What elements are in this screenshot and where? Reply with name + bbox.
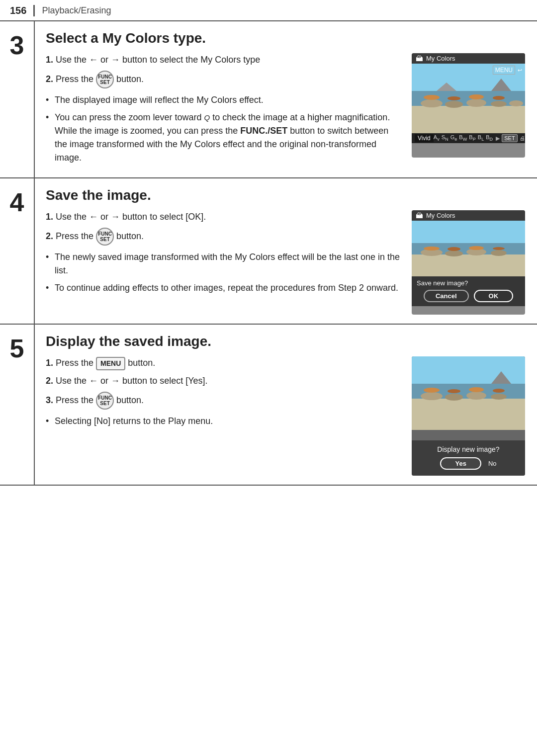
step-3-instruction-2: 2. Press the FUNC SET button.	[46, 71, 401, 88]
page-header: 156 Playback/Erasing	[0, 0, 537, 21]
step-3-bullet-2: You can press the zoom lever toward Q to…	[46, 111, 401, 165]
step-5-text: 1. Press the MENU button. 2. Use the ← o…	[46, 356, 401, 476]
save-dialog: Save new image? Cancel OK	[412, 276, 525, 306]
step-3-number-col: 3	[0, 21, 35, 177]
save-ok-button[interactable]: OK	[474, 290, 514, 302]
svg-point-4	[445, 101, 463, 108]
step-3-number: 3	[10, 32, 24, 58]
svg-rect-2	[412, 106, 525, 133]
step-4-number: 4	[10, 189, 24, 215]
step-3-content: Select a My Colors type. 1. Use the ← or…	[35, 21, 537, 177]
func-set-button-s5: FUNC SET	[96, 392, 114, 410]
save-dialog-text: Save new image?	[417, 279, 520, 287]
svg-point-6	[491, 101, 507, 107]
step-4-text: 1. Use the ← or → button to select [OK].…	[46, 210, 401, 315]
save-cancel-button[interactable]: Cancel	[424, 290, 469, 302]
func-set-button-s4: FUNC SET	[96, 228, 114, 246]
step-4-content: Save the image. 1. Use the ← or → button…	[35, 178, 537, 324]
step-3-bullet-1: The displayed image will reflect the My …	[46, 93, 401, 107]
screen-4-topbar: 🏔 My Colors	[412, 210, 525, 221]
step-3-image: 🏔 My Colors	[412, 53, 526, 158]
step-3-instructions: 1. Use the ← or → button to select the M…	[46, 53, 401, 88]
step-4-screen: 🏔 My Colors	[412, 210, 525, 315]
screen-3-topbar: 🏔 My Colors	[412, 53, 525, 64]
beach-image-4	[412, 221, 525, 276]
screen-3-bottom: Vivid Av SN Ge BW BP BL BD ▶ SET	[412, 133, 525, 143]
step-3-title: Select a My Colors type.	[46, 30, 526, 46]
display-no-button[interactable]: No	[488, 460, 497, 467]
svg-point-34	[469, 387, 484, 392]
step-5-title: Display the saved image.	[46, 334, 526, 349]
svg-point-33	[448, 389, 460, 393]
step-5: 5 Display the saved image. 1. Press the …	[0, 325, 537, 486]
vivid-label: Vivid	[415, 134, 434, 142]
step-3-screen: 🏔 My Colors	[412, 53, 525, 158]
step-4-body: 1. Use the ← or → button to select [OK].…	[46, 210, 526, 315]
svg-point-22	[448, 247, 460, 251]
step-5-number-col: 5	[0, 325, 35, 485]
display-yes-button[interactable]: Yes	[440, 457, 481, 470]
step-3-body: 1. Use the ← or → button to select the M…	[46, 53, 526, 168]
svg-point-31	[491, 394, 507, 400]
step-3-bullets: The displayed image will reflect the My …	[46, 93, 401, 165]
step-5-instruction-2: 2. Use the ← or → button to select [Yes]…	[46, 374, 401, 388]
step-3-instruction-1: 1. Use the ← or → button to select the M…	[46, 53, 401, 67]
svg-point-20	[491, 250, 507, 256]
svg-point-30	[466, 392, 486, 400]
page-number: 156	[10, 5, 35, 16]
step-5-instructions: 1. Press the MENU button. 2. Use the ← o…	[46, 356, 401, 410]
beach-svg-5	[412, 356, 525, 430]
svg-point-9	[448, 96, 460, 100]
step-5-instruction-1: 1. Press the MENU button.	[46, 356, 401, 370]
screen-4-label: My Colors	[426, 212, 455, 219]
svg-point-24	[493, 247, 505, 250]
svg-rect-16	[412, 254, 525, 276]
step-4-instruction-2: 2. Press the FUNC SET button.	[46, 228, 401, 246]
set-label: SET	[502, 134, 517, 142]
step-4-bullet-1: The newly saved image transformed with t…	[46, 251, 401, 277]
step-4-bullet-2: To continue adding effects to other imag…	[46, 281, 401, 295]
page-title: Playback/Erasing	[42, 5, 111, 16]
step-4-instructions: 1. Use the ← or → button to select [OK].…	[46, 210, 401, 246]
step-4-image: 🏔 My Colors	[412, 210, 526, 315]
step-5-number: 5	[10, 336, 24, 361]
save-dialog-buttons: Cancel OK	[417, 290, 520, 302]
beach-image-5	[412, 356, 525, 430]
svg-point-28	[421, 392, 443, 400]
step-5-content: Display the saved image. 1. Press the ME…	[35, 325, 537, 485]
menu-button-s5: MENU	[96, 357, 125, 370]
step-4-number-col: 4	[0, 178, 35, 324]
svg-point-18	[445, 251, 463, 256]
step-5-body: 1. Press the MENU button. 2. Use the ← o…	[46, 356, 526, 476]
step-4-bullets: The newly saved image transformed with t…	[46, 251, 401, 295]
svg-point-21	[424, 247, 440, 251]
svg-rect-27	[412, 399, 525, 430]
svg-rect-14	[412, 221, 525, 246]
display-dialog-text: Display new image?	[417, 445, 520, 453]
step-4-title: Save the image.	[46, 187, 526, 203]
beach-svg-4	[412, 221, 525, 276]
svg-point-32	[424, 388, 440, 393]
svg-point-23	[469, 246, 484, 250]
menu-label-overlay: MENU ↩	[493, 64, 522, 75]
svg-point-11	[493, 96, 505, 100]
step-3-text: 1. Use the ← or → button to select the M…	[46, 53, 401, 168]
svg-point-35	[493, 389, 505, 393]
step-4: 4 Save the image. 1. Use the ← or → butt…	[0, 178, 537, 325]
svg-point-10	[469, 94, 484, 99]
display-dialog: Display new image? Yes No	[412, 440, 525, 476]
display-dialog-buttons: Yes No	[417, 457, 520, 470]
step-4-instruction-1: 1. Use the ← or → button to select [OK].	[46, 210, 401, 224]
step-5-screen: Display new image? Yes No	[412, 356, 525, 476]
screen-3-label: My Colors	[426, 55, 455, 62]
step-5-bullets: Selecting [No] returns to the Play menu.	[46, 415, 401, 428]
step-3: 3 Select a My Colors type. 1. Use the ← …	[0, 21, 537, 178]
step-5-image: Display new image? Yes No	[412, 356, 526, 476]
svg-point-5	[466, 99, 486, 107]
step-5-instruction-3: 3. Press the FUNC SET button.	[46, 392, 401, 410]
func-set-button-s3: FUNC SET	[96, 71, 114, 88]
step-5-bullet-1: Selecting [No] returns to the Play menu.	[46, 415, 401, 428]
svg-point-3	[421, 99, 443, 107]
svg-point-7	[509, 100, 523, 106]
svg-point-29	[445, 394, 463, 401]
